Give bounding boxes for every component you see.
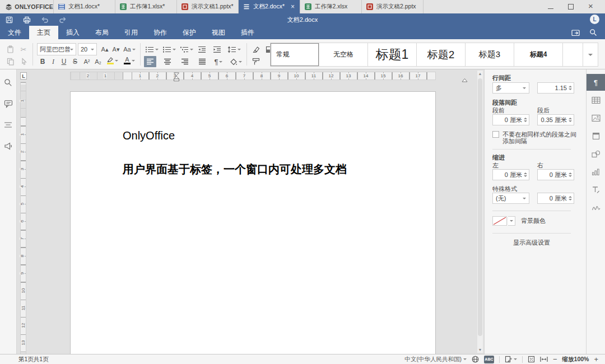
style-preset-5[interactable]: 标题3 xyxy=(466,43,514,66)
strikethrough-button[interactable]: S xyxy=(71,56,80,67)
background-color-dropdown[interactable] xyxy=(508,216,515,226)
special-format-value[interactable]: 0 厘米 xyxy=(537,193,574,204)
search-icon[interactable] xyxy=(589,29,597,36)
multilevel-list-button[interactable] xyxy=(179,44,194,55)
menu-tab-布局[interactable]: 布局 xyxy=(87,26,117,39)
cut-icon[interactable]: ✂ xyxy=(18,44,29,55)
special-format-select[interactable]: (无) xyxy=(492,193,529,204)
select-all-icon[interactable] xyxy=(18,56,29,67)
align-right-button[interactable] xyxy=(179,56,191,67)
highlight-color-button[interactable] xyxy=(105,55,120,66)
table-settings-icon[interactable] xyxy=(587,92,605,109)
italic-button[interactable]: I xyxy=(49,56,57,67)
redo-icon[interactable] xyxy=(59,16,67,23)
indent-right-input[interactable]: 0 厘米 xyxy=(537,169,574,180)
menu-tab-引用[interactable]: 引用 xyxy=(117,26,146,39)
line-spacing-button[interactable] xyxy=(226,44,242,55)
spacing-after-input[interactable]: 0.35 厘米 xyxy=(537,114,574,125)
minimize-icon[interactable] xyxy=(548,4,553,9)
menu-tab-保护[interactable]: 保护 xyxy=(175,26,204,39)
chart-settings-icon[interactable] xyxy=(587,164,605,180)
horizontal-ruler[interactable]: 211234567891011121314151617 xyxy=(70,72,436,80)
feedback-icon[interactable] xyxy=(2,140,15,152)
same-style-spacing-checkbox[interactable] xyxy=(492,131,499,138)
shading-button[interactable] xyxy=(228,56,244,67)
increase-font-icon[interactable]: A▴ xyxy=(100,44,110,55)
shape-settings-icon[interactable] xyxy=(587,146,605,162)
line-spacing-value[interactable]: 1.15 xyxy=(537,82,574,94)
spacing-before-input[interactable]: 0 厘米 xyxy=(492,114,529,125)
decrease-indent-button[interactable] xyxy=(196,44,207,55)
copy-button[interactable] xyxy=(4,56,16,67)
style-preset-3[interactable]: 标题1 xyxy=(368,43,417,66)
bullet-list-button[interactable] xyxy=(144,44,159,55)
zoom-in-button[interactable]: + xyxy=(594,355,598,363)
change-case-icon[interactable]: Aa xyxy=(122,44,137,55)
document-tab-1[interactable]: 文档1.docx* xyxy=(54,0,115,13)
header-footer-settings-icon[interactable] xyxy=(587,128,605,144)
menu-tab-主页[interactable]: 主页 xyxy=(29,26,58,39)
document-tab-2[interactable]: 工作簿1.xlsx* xyxy=(115,0,177,13)
language-select[interactable]: 中文(中华人民共和国) xyxy=(404,356,467,363)
style-preset-6[interactable]: 标题4 xyxy=(514,43,563,66)
user-avatar[interactable]: L xyxy=(590,15,599,24)
clear-style-icon[interactable] xyxy=(250,44,262,55)
menu-tab-协作[interactable]: 协作 xyxy=(146,26,175,39)
paragraph-settings-icon[interactable]: ¶ xyxy=(587,74,605,91)
font-color-button[interactable]: A xyxy=(122,55,137,66)
justify-button[interactable] xyxy=(196,56,208,67)
scrollbar-thumb[interactable] xyxy=(478,78,482,336)
indent-markers[interactable] xyxy=(173,72,180,82)
paragraph-text-2[interactable]: 用户界面基于标签，一个窗口内可处理多文档 xyxy=(123,162,347,177)
document-tab-3[interactable]: 演示文稿1.pptx* xyxy=(177,0,239,13)
menu-tab-视图[interactable]: 视图 xyxy=(204,26,233,39)
tab-stop-selector[interactable]: L xyxy=(20,72,27,80)
comments-icon[interactable] xyxy=(2,97,15,110)
fit-width-icon[interactable] xyxy=(540,356,548,362)
style-preset-1[interactable]: 常规 xyxy=(271,43,319,66)
signature-settings-icon[interactable] xyxy=(587,199,605,216)
vertical-scrollbar[interactable]: ▲ ▼ xyxy=(477,71,483,353)
font-name-select[interactable]: 阿里巴巴普惠 xyxy=(37,43,76,55)
styles-gallery-expand-icon[interactable] xyxy=(583,43,598,66)
scroll-down-icon[interactable]: ▼ xyxy=(477,348,483,352)
paragraph-text-1[interactable]: OnlyOffice xyxy=(123,129,175,142)
menu-tab-插入[interactable]: 插入 xyxy=(58,26,87,39)
maximize-icon[interactable] xyxy=(568,4,574,10)
paste-button[interactable] xyxy=(4,44,16,55)
scroll-up-icon[interactable]: ▲ xyxy=(477,72,483,76)
font-size-select[interactable]: 20 xyxy=(78,43,97,55)
print-icon[interactable] xyxy=(23,16,31,24)
indent-left-input[interactable]: 0 厘米 xyxy=(492,169,529,180)
background-color-swatch[interactable] xyxy=(492,216,507,226)
document-tab-4[interactable]: 文档2.docx*× xyxy=(239,0,300,13)
document-tab-6[interactable]: 演示文稿2.pptx xyxy=(362,0,424,13)
close-window-icon[interactable]: × xyxy=(588,3,595,10)
menu-tab-插件[interactable]: 插件 xyxy=(233,26,262,39)
underline-button[interactable]: U xyxy=(59,56,68,67)
open-file-location-icon[interactable] xyxy=(571,29,580,36)
subscript-button[interactable]: A₂ xyxy=(93,56,103,67)
style-preset-2[interactable]: 无空格 xyxy=(319,43,368,66)
line-spacing-select[interactable]: 多 xyxy=(492,82,529,94)
save-icon[interactable] xyxy=(6,16,13,24)
text-art-settings-icon[interactable] xyxy=(587,181,605,198)
document-language-icon[interactable] xyxy=(472,356,479,363)
increase-indent-button[interactable] xyxy=(211,44,222,55)
find-icon[interactable] xyxy=(2,76,15,88)
nonprinting-chars-button[interactable]: ¶ xyxy=(211,56,226,67)
right-indent-marker[interactable] xyxy=(462,78,468,82)
undo-icon[interactable] xyxy=(41,16,49,23)
menu-tab-文件[interactable]: 文件 xyxy=(0,26,29,39)
navigation-icon[interactable] xyxy=(2,119,15,131)
advanced-settings-link[interactable]: 显示高级设置 xyxy=(485,239,579,247)
numbered-list-button[interactable] xyxy=(161,44,176,55)
style-preset-4[interactable]: 标题2 xyxy=(417,43,466,66)
image-settings-icon[interactable] xyxy=(587,110,605,127)
zoom-out-button[interactable]: − xyxy=(553,355,557,363)
align-left-button[interactable] xyxy=(144,56,156,67)
close-tab-icon[interactable]: × xyxy=(290,3,295,11)
spell-check-toggle[interactable]: ABC xyxy=(484,356,494,363)
align-center-button[interactable] xyxy=(161,56,174,67)
decrease-font-icon[interactable]: A▾ xyxy=(111,44,121,55)
